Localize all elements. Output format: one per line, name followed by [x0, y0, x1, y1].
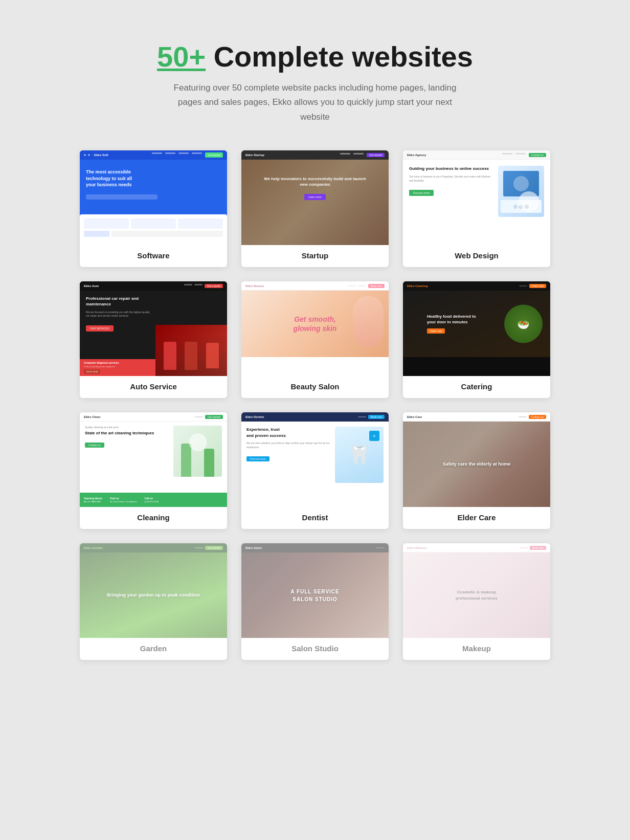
card-label-software: Software — [80, 245, 227, 267]
card-label-eldercare: Elder Care — [403, 507, 550, 529]
title-rest: Complete websites — [206, 40, 473, 73]
card-label-salon: Salon Studio — [241, 638, 389, 660]
card-image-beauty: Ekko Beauty Book now Get smooth,glowing … — [241, 281, 389, 376]
card-image-webdesign: Ekko Agency Contact us Guiding your busi… — [403, 150, 550, 245]
card-image-salon: Ekko Salon A FULL SERVICESALON STUDIO — [241, 543, 389, 638]
card-label-startup: Startup — [241, 245, 389, 267]
card-label-beauty: Beauty Salon — [241, 376, 389, 398]
card-catering[interactable]: Ekko Catering Order now 🥗 Healthy food d… — [403, 281, 550, 398]
card-image-dentist: Ekko Dentist Book now Experience, trusta… — [241, 412, 389, 507]
card-image-catering: Ekko Catering Order now 🥗 Healthy food d… — [403, 281, 550, 376]
card-auto[interactable]: Ekko Auto Get a quote Professional car r… — [80, 281, 227, 398]
card-eldercare[interactable]: Ekko Care Contact us Safety care the eld… — [403, 412, 550, 529]
card-image-startup: Ekko Startup Get started We help innovat… — [241, 150, 389, 245]
card-label-auto: Auto Service — [80, 376, 227, 398]
card-image-makeup: Ekko Makeup Book now Cosmetic & makeuppr… — [403, 543, 550, 638]
card-webdesign[interactable]: Ekko Agency Contact us Guiding your busi… — [403, 150, 550, 267]
card-label-catering: Catering — [403, 376, 550, 398]
card-label-makeup: Makeup — [403, 638, 550, 660]
card-label-garden: Garden — [80, 638, 227, 660]
page-title: 50+ Complete websites — [80, 41, 550, 73]
card-garden[interactable]: Ekko Garden Get started Bringing your ga… — [80, 543, 227, 660]
card-cleaning[interactable]: Ekko Clean Get started Quality cleaning … — [80, 412, 227, 529]
header-subtitle: Featuring over 50 complete website packs… — [167, 81, 463, 125]
title-number: 50+ — [157, 40, 206, 73]
card-image-cleaning: Ekko Clean Get started Quality cleaning … — [80, 412, 227, 507]
card-label-dentist: Dentist — [241, 507, 389, 529]
page-container: 50+ Complete websites Featuring over 50 … — [70, 20, 560, 680]
card-makeup[interactable]: Ekko Makeup Book now Cosmetic & makeuppr… — [403, 543, 550, 660]
card-label-cleaning: Cleaning — [80, 507, 227, 529]
card-salon[interactable]: Ekko Salon A FULL SERVICESALON STUDIO Sa… — [241, 543, 389, 660]
header: 50+ Complete websites Featuring over 50 … — [70, 20, 560, 135]
card-label-webdesign: Web Design — [403, 245, 550, 267]
cards-grid: Ekko Soft Get started The most accessibl… — [70, 135, 560, 680]
card-software[interactable]: Ekko Soft Get started The most accessibl… — [80, 150, 227, 267]
card-startup[interactable]: Ekko Startup Get started We help innovat… — [241, 150, 389, 267]
card-image-eldercare: Ekko Care Contact us Safety care the eld… — [403, 412, 550, 507]
card-beauty[interactable]: Ekko Beauty Book now Get smooth,glowing … — [241, 281, 389, 398]
card-image-auto: Ekko Auto Get a quote Professional car r… — [80, 281, 227, 376]
card-dentist[interactable]: Ekko Dentist Book now Experience, trusta… — [241, 412, 389, 529]
card-image-software: Ekko Soft Get started The most accessibl… — [80, 150, 227, 245]
card-image-garden: Ekko Garden Get started Bringing your ga… — [80, 543, 227, 638]
